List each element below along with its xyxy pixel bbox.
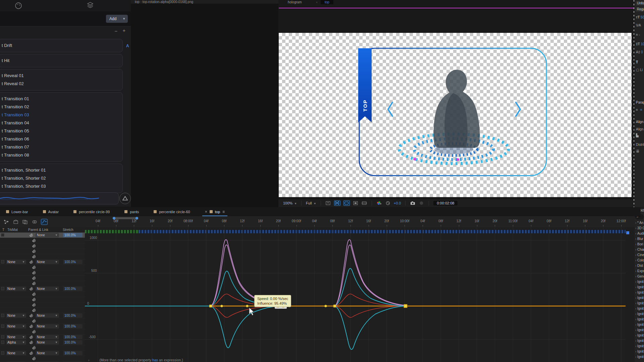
stretch-value[interactable]: 100.0% bbox=[63, 324, 83, 328]
layer-switch-box[interactable] bbox=[1, 341, 4, 344]
lens-icon[interactable] bbox=[15, 2, 22, 9]
pick-whip-icon[interactable] bbox=[29, 260, 34, 265]
preset-search-bar[interactable] bbox=[0, 192, 119, 204]
zoom-select[interactable]: 100%▼ bbox=[283, 201, 297, 205]
preset-item[interactable]: t Transition 04 bbox=[0, 119, 122, 127]
viewer-timecode[interactable]: 0:00:02:08 bbox=[433, 201, 458, 205]
effects-category[interactable]: ›3D C bbox=[635, 226, 644, 231]
effects-category[interactable]: ›Ignit bbox=[635, 338, 644, 344]
layer-row[interactable] bbox=[0, 276, 85, 281]
layer-switch-box[interactable] bbox=[1, 260, 4, 263]
pick-whip-icon[interactable] bbox=[32, 356, 36, 362]
preset-item[interactable]: t Transition 03 bbox=[0, 111, 122, 119]
preset-item[interactable]: t Transition 02 bbox=[0, 103, 122, 111]
breadcrumb-comp[interactable]: hologram bbox=[288, 0, 302, 4]
parent-select[interactable]: None▼ bbox=[36, 260, 59, 264]
pick-whip-icon[interactable] bbox=[32, 308, 36, 313]
layer-row[interactable]: None▼None▼100.0% bbox=[0, 259, 85, 265]
trkmat-select[interactable]: None▼ bbox=[6, 313, 26, 318]
graph-editor[interactable]: 1000 500 0 -500 Speed: 0.00 %/sec Influe… bbox=[85, 227, 626, 362]
stretch-value[interactable]: 100.0% bbox=[63, 313, 83, 318]
layer-row[interactable] bbox=[0, 308, 85, 313]
breadcrumb-current[interactable]: top bbox=[321, 0, 333, 4]
pick-whip-icon[interactable] bbox=[32, 265, 36, 270]
effects-category[interactable]: ›Cine bbox=[635, 252, 644, 258]
pick-whip-icon[interactable] bbox=[29, 324, 34, 329]
brainstorm-icon[interactable] bbox=[32, 219, 38, 225]
effects-category[interactable]: ›Ignit bbox=[635, 344, 644, 349]
fit-view-icon[interactable] bbox=[325, 201, 331, 205]
timeline-tab-percentile-circle-99[interactable]: percentile circle-99 bbox=[73, 207, 110, 216]
preset-item[interactable]: t Drift bbox=[0, 42, 122, 50]
effects-category[interactable]: ›Ignit bbox=[635, 333, 644, 338]
effects-category[interactable]: ›Ignit bbox=[635, 349, 644, 354]
layer-row[interactable] bbox=[0, 356, 85, 361]
timeline-tab-lower-bar[interactable]: Lower-bar bbox=[6, 207, 28, 216]
layer-row[interactable] bbox=[0, 302, 85, 308]
layer-row[interactable]: None▼None▼100.0% bbox=[0, 286, 85, 292]
layer-row[interactable]: None▼None▼100.0% bbox=[0, 324, 85, 329]
layer-switch-box[interactable] bbox=[1, 335, 4, 339]
layer-row[interactable] bbox=[0, 318, 85, 324]
effects-category[interactable]: ›Dist bbox=[635, 263, 644, 268]
effects-category[interactable]: ›Ignit bbox=[635, 295, 644, 301]
vertical-scale-field[interactable]: ‡T 10 bbox=[636, 42, 644, 46]
pick-whip-icon[interactable] bbox=[32, 346, 36, 351]
layer-row[interactable] bbox=[0, 281, 85, 286]
pick-whip-icon[interactable] bbox=[32, 276, 36, 281]
effects-category[interactable]: ›Ignit bbox=[635, 322, 644, 327]
pick-whip-icon[interactable] bbox=[32, 303, 36, 308]
effects-category[interactable]: ›Ignit bbox=[635, 285, 644, 290]
preset-item[interactable]: t Transition 05 bbox=[0, 127, 122, 135]
trkmat-select[interactable]: None▼ bbox=[6, 287, 26, 291]
pick-whip-icon[interactable] bbox=[32, 254, 36, 260]
layer-row[interactable]: Alpha▼None▼100.0% bbox=[0, 340, 85, 345]
pick-whip-icon[interactable] bbox=[32, 329, 36, 335]
layer-row[interactable] bbox=[0, 238, 85, 243]
pick-whip-icon[interactable] bbox=[32, 270, 36, 276]
pick-whip-icon[interactable] bbox=[29, 335, 34, 340]
paragraph-align-icons[interactable]: ≡ ≡ bbox=[636, 108, 643, 112]
kerning-icon[interactable]: V∕A bbox=[636, 23, 641, 27]
pick-whip-icon[interactable] bbox=[32, 281, 36, 287]
layer-row[interactable] bbox=[0, 254, 85, 259]
channels-icon[interactable] bbox=[376, 201, 382, 205]
add-button[interactable]: Add ▼ bbox=[106, 15, 128, 23]
layer-row[interactable]: None▼None▼100.0% bbox=[0, 351, 85, 356]
add-button-label[interactable]: Add bbox=[106, 16, 120, 21]
exposure-icon[interactable] bbox=[385, 201, 391, 205]
zoom-out-button[interactable]: − bbox=[113, 28, 119, 34]
effects-category[interactable]: ›Audi bbox=[635, 231, 644, 236]
layer-row[interactable] bbox=[0, 243, 85, 249]
layer-row[interactable] bbox=[0, 265, 85, 270]
preset-item[interactable]: t Hit bbox=[0, 57, 122, 65]
timeline-tab-avatar[interactable]: Avatar bbox=[43, 207, 59, 216]
stretch-value[interactable]: 100.0% bbox=[63, 260, 83, 264]
timeline-tab-top[interactable]: ×top≡ bbox=[205, 207, 225, 216]
layer-switch-box[interactable] bbox=[1, 324, 4, 328]
pick-whip-icon[interactable] bbox=[29, 313, 34, 319]
effects-category[interactable]: ›Colo bbox=[635, 258, 644, 263]
effects-category[interactable]: ›* An bbox=[635, 220, 644, 226]
trkmat-select[interactable]: None▼ bbox=[6, 335, 26, 339]
preset-item[interactable]: t Transition 01 bbox=[0, 95, 122, 103]
resolution-select[interactable]: Full▼ bbox=[306, 201, 316, 205]
layer-row[interactable] bbox=[0, 249, 85, 254]
effects-category[interactable]: ›Ignit bbox=[635, 354, 644, 360]
effects-category[interactable]: ›Ignit bbox=[635, 301, 644, 306]
graph-editor-icon[interactable] bbox=[41, 219, 48, 225]
pick-whip-icon[interactable] bbox=[29, 233, 34, 238]
parent-select[interactable]: None▼ bbox=[36, 340, 59, 345]
baseline-shift-field[interactable]: A‡ 0 bbox=[636, 50, 643, 54]
trkmat-select[interactable]: None▼ bbox=[6, 351, 26, 355]
stretch-value[interactable]: 100.0% bbox=[63, 351, 83, 355]
preview-play-button[interactable] bbox=[119, 193, 131, 204]
layer-row[interactable] bbox=[0, 329, 85, 335]
col-header-stretch[interactable]: Stretch bbox=[63, 228, 73, 232]
preset-item[interactable]: t Transition, Shorter 03 bbox=[0, 182, 122, 190]
pick-whip-icon[interactable] bbox=[32, 238, 36, 244]
layer-row[interactable] bbox=[0, 292, 85, 297]
col-header-t[interactable]: T bbox=[2, 228, 4, 232]
twirl-icon[interactable]: › bbox=[88, 358, 90, 362]
col-header-trkmat[interactable]: TrkMat bbox=[7, 228, 18, 232]
